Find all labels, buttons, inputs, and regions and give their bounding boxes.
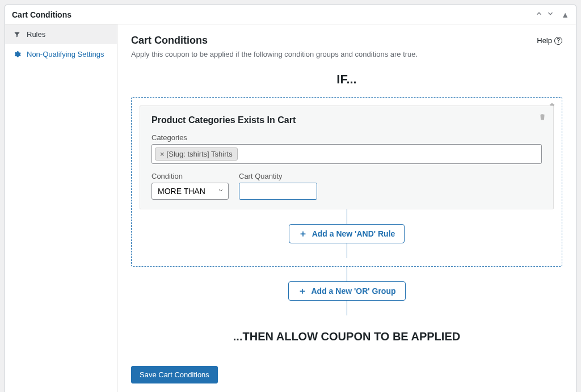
quantity-field: Cart Quantity ▲ ▼: [239, 172, 317, 200]
categories-label: Categories: [151, 133, 542, 142]
add-and-label: Add a New 'AND' Rule: [312, 229, 395, 238]
sidebar-item-label: Non-Qualifying Settings: [27, 50, 104, 58]
panel-header: Cart Conditions ▲: [5, 5, 576, 24]
categories-input[interactable]: × [Slug: tshirts] Tshirts: [151, 144, 542, 164]
condition-select[interactable]: MORE THAN: [151, 183, 229, 200]
then-heading: ...THEN ALLOW COUPON TO BE APPLIED: [131, 330, 562, 343]
content-area: Cart Conditions Help ? Apply this coupon…: [117, 24, 576, 392]
connector-line: [347, 301, 347, 315]
cart-conditions-panel: Cart Conditions ▲ Rules Non-Qualifying S…: [5, 5, 576, 392]
panel-controls: ▲: [535, 10, 569, 19]
panel-title: Cart Conditions: [12, 10, 71, 19]
rule-title: Product Categories Exists In Cart: [151, 115, 542, 125]
quantity-label: Cart Quantity: [239, 172, 317, 180]
quantity-input-wrap: ▲ ▼: [239, 183, 317, 200]
chevron-up-icon[interactable]: [535, 10, 543, 19]
condition-label: Condition: [151, 172, 229, 180]
plus-icon: ＋: [298, 229, 308, 238]
condition-group: Product Categories Exists In Cart Catego…: [131, 97, 562, 267]
connector-line: [347, 209, 347, 224]
chevron-down-icon[interactable]: [546, 10, 554, 19]
description-text: Apply this coupon to be applied if the f…: [131, 50, 562, 58]
collapse-triangle-icon[interactable]: ▲: [561, 10, 569, 19]
connector-line: [347, 267, 347, 281]
page-heading: Cart Conditions: [131, 35, 208, 47]
trash-icon[interactable]: [538, 113, 546, 123]
sidebar-item-label: Rules: [27, 30, 45, 39]
gear-icon: [13, 50, 21, 58]
if-heading: IF...: [131, 72, 562, 87]
field-row: Condition MORE THAN Cart: [151, 172, 542, 200]
add-and-rule-button[interactable]: ＋ Add a New 'AND' Rule: [289, 224, 405, 243]
category-tag: × [Slug: tshirts] Tshirts: [155, 147, 238, 161]
tag-text: [Slug: tshirts] Tshirts: [167, 150, 233, 158]
help-label: Help: [537, 36, 552, 45]
content-header: Cart Conditions Help ?: [131, 35, 562, 47]
sidebar-item-rules[interactable]: Rules: [5, 24, 117, 44]
condition-field: Condition MORE THAN: [151, 172, 229, 200]
help-icon: ?: [554, 37, 562, 45]
add-or-group-button[interactable]: ＋ Add a New 'OR' Group: [288, 281, 406, 301]
sidebar: Rules Non-Qualifying Settings: [5, 24, 117, 392]
filter-icon: [13, 31, 21, 39]
plus-icon: ＋: [298, 286, 307, 296]
sidebar-item-non-qualifying[interactable]: Non-Qualifying Settings: [5, 44, 117, 64]
help-link[interactable]: Help ?: [537, 36, 562, 45]
tag-remove-icon[interactable]: ×: [160, 150, 165, 158]
add-or-label: Add a New 'OR' Group: [311, 286, 396, 296]
panel-body: Rules Non-Qualifying Settings Cart Condi…: [5, 24, 576, 392]
connector-line: [347, 243, 347, 258]
rule-box: Product Categories Exists In Cart Catego…: [140, 106, 554, 209]
quantity-input[interactable]: [239, 183, 317, 199]
save-button[interactable]: Save Cart Conditions: [131, 366, 218, 383]
